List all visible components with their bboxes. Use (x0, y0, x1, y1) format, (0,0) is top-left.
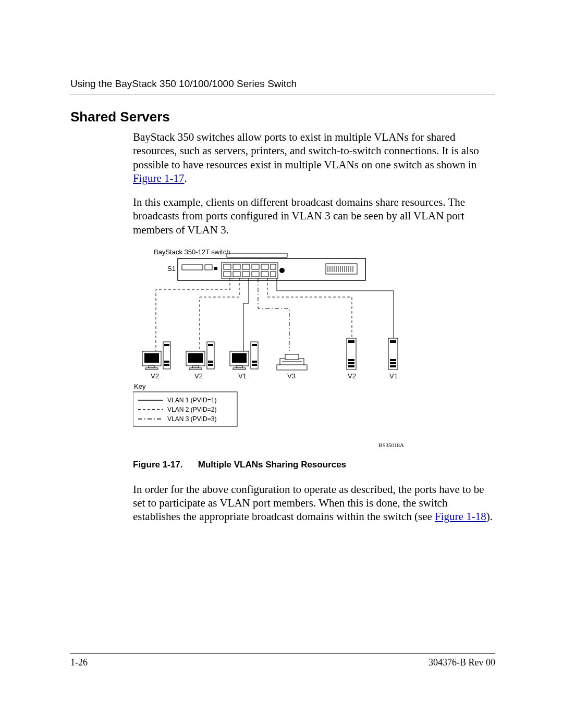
svg-rect-63 (348, 362, 354, 364)
svg-rect-46 (208, 361, 213, 363)
key-row: VLAN 3 (PVID=3) (167, 415, 216, 423)
svg-rect-66 (390, 340, 396, 343)
svg-rect-55 (252, 364, 257, 366)
figure-caption: Figure 1-17. Multiple VLANs Sharing Reso… (133, 460, 495, 470)
svg-rect-33 (144, 353, 159, 363)
key-row: VLAN 1 (PVID=1) (167, 397, 216, 404)
device-label: V3 (287, 372, 296, 380)
server-icon (388, 338, 398, 369)
caption-title: Multiple VLANs Sharing Resources (198, 460, 346, 470)
svg-rect-69 (390, 365, 396, 367)
caption-number: Figure 1-17. (133, 460, 195, 470)
s1-label: S1 (167, 265, 176, 273)
paragraph-1: BayStack 350 switches allow ports to exi… (133, 130, 495, 185)
workstation-icon (142, 342, 170, 369)
para1-text-a: BayStack 350 switches allow ports to exi… (133, 131, 479, 171)
svg-rect-68 (390, 362, 396, 364)
workstation-icon (186, 342, 214, 369)
svg-rect-3 (214, 267, 217, 270)
para3-text-b: ). (486, 510, 493, 523)
svg-rect-47 (208, 364, 213, 366)
svg-rect-49 (232, 353, 247, 363)
svg-rect-5 (224, 264, 231, 269)
footer-rule (70, 653, 495, 654)
page-footer: 1-26 304376-B Rev 00 (70, 653, 495, 668)
switch-label: BayStack 350-12T switch (154, 248, 230, 256)
svg-rect-9 (261, 264, 268, 269)
svg-rect-38 (164, 361, 169, 363)
key-title: Key (134, 382, 146, 390)
svg-rect-13 (242, 272, 250, 277)
svg-point-17 (279, 268, 285, 273)
paragraph-3: In order for the above configuration to … (133, 483, 495, 524)
svg-rect-61 (348, 340, 354, 343)
figure-id: BS35018A (378, 442, 404, 448)
page-number: 1-26 (70, 657, 88, 668)
svg-rect-2 (205, 265, 212, 270)
paragraph-2: In this example, clients on different br… (133, 195, 495, 237)
svg-rect-34 (149, 366, 155, 368)
svg-rect-11 (224, 272, 231, 277)
svg-rect-41 (188, 353, 203, 363)
header-rule (70, 94, 495, 94)
svg-rect-14 (252, 272, 259, 277)
svg-rect-45 (208, 344, 213, 346)
figure-1-18-link[interactable]: Figure 1-18 (435, 510, 486, 523)
svg-rect-51 (233, 368, 246, 369)
printer-icon (277, 354, 307, 370)
svg-rect-12 (233, 272, 240, 277)
device-label: V1 (238, 372, 247, 380)
svg-rect-37 (164, 344, 169, 346)
figure-1-17: BayStack 350-12T switch S1 (133, 247, 414, 450)
svg-rect-8 (252, 264, 259, 269)
para3-text-a: In order for the above configuration to … (133, 483, 484, 523)
svg-rect-10 (271, 264, 276, 269)
svg-rect-67 (390, 359, 396, 361)
svg-rect-58 (285, 354, 299, 360)
para1-text-b: . (185, 172, 187, 184)
workstation-icon (230, 342, 258, 369)
device-label: V2 (151, 372, 159, 380)
section-title: Shared Servers (70, 109, 495, 125)
svg-rect-43 (189, 368, 202, 369)
svg-rect-42 (192, 366, 199, 368)
device-label: V2 (194, 372, 203, 380)
svg-rect-62 (348, 359, 354, 361)
svg-rect-16 (271, 272, 276, 277)
svg-rect-1 (182, 265, 203, 270)
key-row: VLAN 2 (PVID=2) (167, 406, 216, 413)
svg-rect-53 (252, 344, 257, 346)
doc-id: 304376-B Rev 00 (429, 657, 495, 668)
svg-rect-7 (242, 264, 250, 269)
svg-rect-35 (145, 368, 158, 369)
svg-rect-64 (348, 365, 354, 367)
svg-rect-15 (261, 272, 268, 277)
figure-1-17-link[interactable]: Figure 1-17 (133, 172, 185, 184)
svg-rect-54 (252, 361, 257, 363)
svg-rect-50 (236, 366, 242, 368)
svg-rect-6 (233, 264, 240, 269)
svg-rect-39 (164, 364, 169, 366)
svg-rect-18 (326, 264, 357, 274)
server-icon (347, 338, 356, 369)
svg-rect-57 (277, 365, 307, 370)
running-head: Using the BayStack 350 10/100/1000 Serie… (70, 78, 495, 90)
device-label: V2 (348, 372, 356, 380)
device-label: V1 (389, 372, 398, 380)
